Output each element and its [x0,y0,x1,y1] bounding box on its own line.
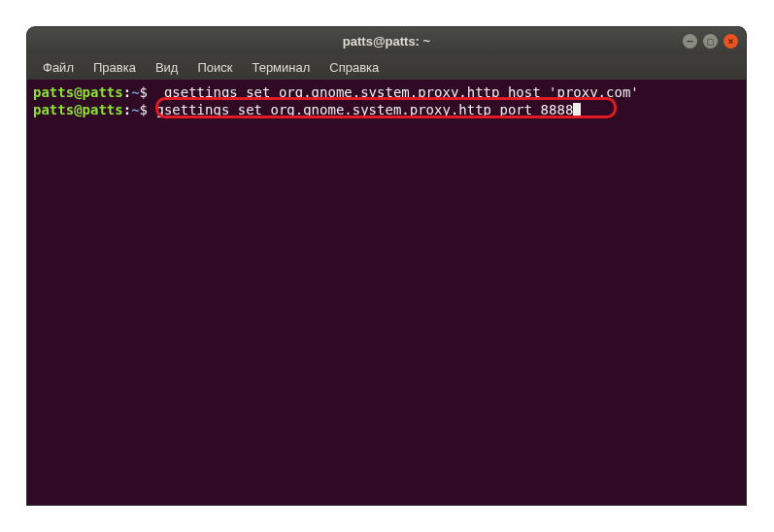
menu-file[interactable]: Файл [35,57,82,78]
menu-help[interactable]: Справка [321,57,387,78]
prompt-colon: : [123,84,131,100]
menu-search[interactable]: Поиск [189,57,240,78]
minimize-button[interactable]: – [683,34,697,49]
prompt-path: ~ [131,84,139,100]
cursor [573,103,581,117]
close-button[interactable]: × [724,34,738,49]
prompt-dollar: $ [140,102,148,117]
menu-terminal[interactable]: Терминал [244,57,318,78]
terminal-window: patts@patts: ~ – □ × Файл Правка Вид Пои… [27,27,746,505]
window-controls: – □ × [683,34,738,49]
window-title: patts@patts: ~ [343,34,430,49]
prompt-user: patts@patts [33,84,123,100]
prompt-path: ~ [131,102,139,117]
menu-view[interactable]: Вид [148,57,186,78]
prompt-dollar: $ [140,84,148,100]
menu-edit[interactable]: Правка [85,57,144,78]
command-text: gsettings set org.gnome.system.proxy.htt… [148,84,639,100]
menubar: Файл Правка Вид Поиск Терминал Справка [27,54,746,80]
titlebar[interactable]: patts@patts: ~ – □ × [27,27,746,54]
prompt-user: patts@patts [33,102,123,117]
terminal-line: patts@patts:~$ gsettings set org.gnome.s… [33,83,740,101]
terminal-body[interactable]: patts@patts:~$ gsettings set org.gnome.s… [27,80,746,505]
command-text: gsettings set org.gnome.system.proxy.htt… [148,102,573,117]
prompt-colon: : [123,102,131,117]
maximize-button[interactable]: □ [703,34,718,49]
terminal-line: patts@patts:~$ gsettings set org.gnome.s… [33,101,740,118]
